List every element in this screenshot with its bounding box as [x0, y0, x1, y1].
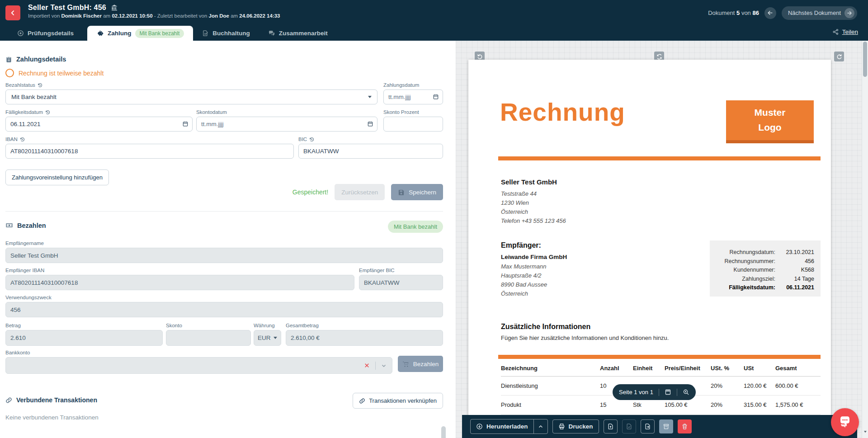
- pdf-scrollbar[interactable]: [862, 41, 868, 438]
- history-icon[interactable]: [20, 137, 25, 142]
- bezahlstatus-select[interactable]: Mit Bank bezahlt: [5, 89, 377, 104]
- arrow-right-circle-icon: [844, 8, 854, 18]
- bank-icon[interactable]: [111, 4, 118, 11]
- recipient-address-block: Empfänger: Leiwande Firma GmbH Max Muste…: [501, 241, 567, 298]
- reset-button[interactable]: Zurücksetzen: [335, 184, 385, 200]
- print-button[interactable]: Drucken: [552, 419, 599, 433]
- chat-widget-button[interactable]: [831, 408, 859, 436]
- field-iban: IBAN: [5, 137, 294, 159]
- zoom-in-icon[interactable]: [683, 389, 689, 396]
- left-panel-scrollbar-thumb[interactable]: [441, 426, 446, 438]
- separator: [659, 389, 659, 396]
- share-icon: [832, 28, 839, 35]
- payment-panel: Zahlungsdetails Rechnung ist teilweise b…: [0, 41, 457, 438]
- field-label: Bankkonto: [5, 350, 30, 355]
- share-link[interactable]: Teilen: [832, 28, 858, 35]
- skontodatum-input[interactable]: [196, 117, 377, 132]
- history-icon[interactable]: [38, 83, 42, 88]
- replace-document-button[interactable]: [604, 419, 618, 433]
- rotate-right-button[interactable]: [834, 52, 844, 61]
- previous-document-button[interactable]: [764, 7, 776, 19]
- file-export-icon: [644, 423, 651, 430]
- field-label: Empfänger IBAN: [5, 268, 44, 273]
- field-label: BIC: [298, 137, 307, 142]
- field-label: IBAN: [5, 137, 18, 142]
- accounting-icon: [202, 30, 209, 37]
- link-transactions-button[interactable]: Transaktionen verknüpfen: [353, 393, 443, 409]
- bankkonto-select[interactable]: [5, 357, 392, 374]
- pdf-scrollbar-thumb[interactable]: [863, 42, 867, 77]
- field-label: Fälligkeitsdatum: [5, 109, 43, 115]
- arrow-left-circle-icon: [767, 10, 773, 16]
- printer-icon: [558, 423, 565, 430]
- chat-icon: [837, 414, 853, 430]
- field-bankkonto: Bankkonto: [5, 350, 392, 374]
- field-bezahlstatus: Bezahlstatus Mit Bank bezahlt: [5, 82, 377, 104]
- collaboration-icon: [268, 30, 275, 37]
- field-label: Betrag: [5, 323, 21, 328]
- next-document-label: Nächstes Dokument: [788, 9, 841, 16]
- refresh-icon: [656, 54, 662, 60]
- save-button[interactable]: Speichern: [391, 184, 443, 200]
- pdf-page[interactable]: Rechnung Muster Logo Seller Test GmbH Te…: [468, 60, 831, 438]
- tab-zahlung[interactable]: Zahlung Mit Bank bezahlt: [87, 26, 193, 41]
- chevron-down-icon: [368, 96, 372, 98]
- save-icon: [398, 189, 405, 196]
- next-document-button[interactable]: Nächstes Dokument: [782, 6, 857, 20]
- chevron-up-icon: [538, 424, 543, 429]
- title-block: Seller Test GmbH: 456 Importiert von Dom…: [28, 4, 280, 19]
- pay-button[interactable]: Bezahlen: [398, 356, 443, 372]
- field-label: Währung: [254, 323, 275, 328]
- add-payment-preset-button[interactable]: Zahlungsvoreinstellung hinzufügen: [5, 170, 109, 185]
- history-icon[interactable]: [309, 137, 314, 142]
- field-skonto: Skonto: [166, 323, 251, 346]
- bic-input[interactable]: [298, 144, 443, 159]
- calendar-icon[interactable]: [367, 121, 373, 127]
- verwendungszweck-input: [5, 302, 443, 317]
- invoice-logo: Muster Logo: [726, 100, 814, 143]
- clear-x-icon[interactable]: [364, 363, 370, 368]
- tab-zusammenarbeit[interactable]: Zusammenarbeit: [259, 26, 337, 41]
- banknote-icon: [5, 221, 13, 229]
- page-title: Seller Test GmbH: 456: [28, 4, 106, 12]
- download-options-button[interactable]: [533, 419, 547, 433]
- section-divider: [5, 211, 443, 212]
- delete-document-button[interactable]: [678, 419, 692, 433]
- tab-pruefungsdetails[interactable]: Prüfungsdetails: [8, 26, 83, 41]
- history-icon[interactable]: [45, 110, 50, 115]
- trash-icon: [681, 423, 688, 430]
- calendar-icon[interactable]: [433, 94, 439, 100]
- field-label: Empfängername: [5, 240, 44, 246]
- divider-rule: [498, 355, 821, 359]
- export-document-button[interactable]: [641, 419, 655, 433]
- tab-label: Buchhaltung: [212, 30, 250, 37]
- thumbnails-icon[interactable]: [665, 389, 671, 396]
- field-label: Verwendungszweck: [5, 295, 52, 300]
- field-label: Gesamtbetrag: [286, 323, 319, 328]
- field-bic: BIC: [298, 137, 443, 159]
- skonto-prozent-input[interactable]: [383, 117, 443, 132]
- share-label: Teilen: [842, 28, 858, 35]
- chevron-down-icon: [274, 337, 277, 339]
- download-button[interactable]: Herunterladen: [471, 419, 533, 433]
- invoice-meta-box: Rechnungsdatum:23.10.2021 Rechnungsnumme…: [710, 240, 821, 297]
- save-row: Gespeichert! Zurücksetzen Speichern: [5, 184, 443, 200]
- calendar-icon[interactable]: [182, 121, 189, 127]
- chevron-down-icon[interactable]: [381, 363, 387, 368]
- link-icon: [359, 398, 365, 404]
- archive-document-button[interactable]: [659, 419, 673, 433]
- waehrung-value: EUR: [258, 334, 271, 341]
- cart-icon: [402, 361, 409, 367]
- details-icon: [17, 30, 24, 37]
- transactions-heading: Verbundene Transaktionen: [5, 396, 97, 404]
- piggy-bank-icon: [96, 29, 104, 37]
- tab-buchhaltung[interactable]: Buchhaltung: [193, 26, 259, 41]
- pdf-viewer-panel: Rechnung Muster Logo Seller Test GmbH Te…: [456, 41, 868, 438]
- table-header-row: Bezeichnung Anzahl Einheit Preis/Einheit…: [501, 362, 821, 377]
- faelligkeitsdatum-input[interactable]: [5, 117, 193, 132]
- separator: [677, 389, 677, 396]
- iban-input[interactable]: [5, 144, 294, 159]
- back-button[interactable]: [5, 5, 20, 20]
- scroll-down-icon[interactable]: [863, 430, 867, 433]
- seller-address-block: Seller Test GmbH Teststraße 44 1230 Wien…: [501, 178, 566, 226]
